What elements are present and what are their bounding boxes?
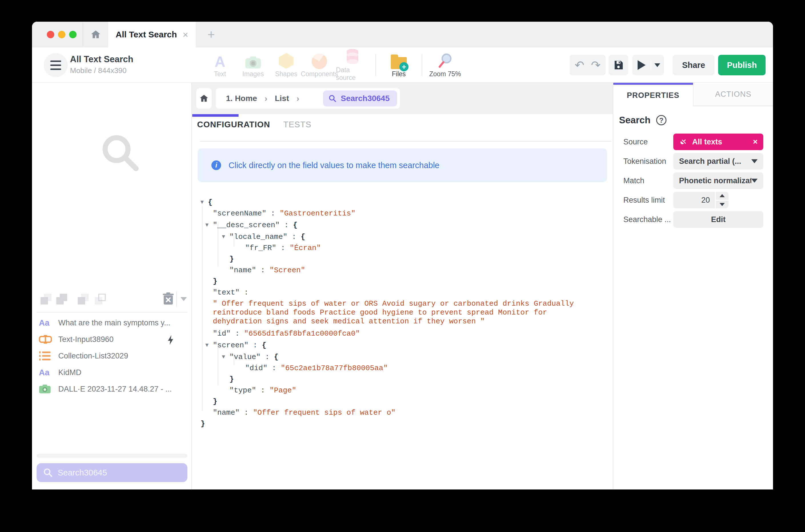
json-value[interactable]: "Page" bbox=[269, 386, 296, 395]
save-button[interactable] bbox=[609, 55, 628, 75]
search-icon bbox=[97, 134, 143, 175]
tokenisation-dropdown[interactable]: Search partial (... bbox=[673, 153, 763, 170]
increment-button[interactable] bbox=[716, 192, 729, 200]
action-bolt-icon[interactable] bbox=[167, 335, 174, 346]
browser-tab-bar: All Text Search × + bbox=[32, 22, 773, 48]
close-icon[interactable]: × bbox=[753, 137, 757, 147]
save-icon bbox=[613, 59, 624, 71]
history-group: ↶ ↷ bbox=[570, 55, 606, 75]
layer-item-text-input[interactable]: Text-Input38960 bbox=[32, 331, 191, 348]
send-backward-icon[interactable] bbox=[56, 294, 67, 305]
tab-tests[interactable]: TESTS bbox=[283, 120, 311, 129]
json-tree: ▼{ "screenName" : "Gastroenteritis" ▼"__… bbox=[199, 196, 611, 430]
editor-header: All Text Search Mobile / 844x390 A Text … bbox=[32, 48, 773, 83]
expand-arrow-icon[interactable]: ▼ bbox=[199, 196, 208, 208]
ungroup-icon[interactable] bbox=[95, 294, 106, 305]
publish-button[interactable]: Publish bbox=[718, 55, 766, 75]
tab-configuration[interactable]: CONFIGURATION bbox=[197, 120, 270, 129]
json-value[interactable]: "Offer frequent sips of water o" bbox=[253, 408, 395, 417]
layers-dropdown-caret[interactable] bbox=[181, 297, 187, 301]
breadcrumb-current-search[interactable]: Search30645 bbox=[323, 91, 397, 107]
trash-x-icon bbox=[162, 292, 175, 306]
json-value[interactable]: "Écran" bbox=[290, 244, 321, 252]
bring-forward-icon[interactable] bbox=[40, 294, 51, 305]
expand-arrow-icon[interactable]: ▼ bbox=[221, 351, 230, 362]
toolbar-divider bbox=[376, 54, 376, 76]
horizontal-scrollbar[interactable] bbox=[37, 454, 187, 458]
breadcrumb: 1. Home › List › Search30645 bbox=[192, 83, 613, 114]
minimize-window-button[interactable] bbox=[58, 31, 66, 38]
share-button[interactable]: Share bbox=[673, 55, 714, 75]
main-panel: 1. Home › List › Search30645 CONFIGURATI… bbox=[192, 83, 613, 490]
selected-layer-label: Search30645 bbox=[58, 468, 107, 477]
breadcrumb-item-home[interactable]: 1. Home bbox=[226, 94, 257, 103]
close-window-button[interactable] bbox=[47, 31, 54, 38]
folder-plus-icon: + bbox=[391, 57, 407, 69]
breadcrumb-item-list[interactable]: List bbox=[275, 94, 289, 103]
json-line: } bbox=[199, 374, 611, 385]
chevron-down-icon bbox=[751, 179, 757, 183]
match-dropdown[interactable]: Phonetic normalizati... bbox=[673, 172, 763, 189]
breadcrumb-home-button[interactable] bbox=[196, 88, 212, 109]
tool-zoom[interactable]: Zoom 75% bbox=[428, 53, 462, 78]
source-chip[interactable]: All texts × bbox=[673, 134, 763, 150]
delete-layer-button[interactable] bbox=[162, 292, 175, 307]
json-value[interactable]: "65c2ae1b78a77fb80005aa" bbox=[281, 364, 388, 373]
layer-item-search-selected[interactable]: Search30645 bbox=[37, 463, 187, 482]
preview-group bbox=[633, 55, 664, 75]
database-icon bbox=[345, 49, 360, 65]
right-panel-tabs: PROPERTIES ACTIONS bbox=[613, 83, 773, 106]
list-element-icon bbox=[39, 351, 53, 361]
toolbar-divider bbox=[422, 54, 422, 76]
layer-item-collection-list[interactable]: Collection-List32029 bbox=[32, 348, 191, 364]
play-icon bbox=[638, 60, 646, 70]
info-banner-text: Click directly on the field values to ma… bbox=[228, 161, 439, 170]
play-button[interactable] bbox=[633, 60, 651, 70]
tab-all-text-search[interactable]: All Text Search × bbox=[108, 22, 196, 48]
hamburger-icon bbox=[50, 60, 61, 62]
tool-shapes[interactable]: Shapes bbox=[270, 53, 303, 78]
new-tab-button[interactable]: + bbox=[203, 27, 219, 42]
layers-list: Aa What are the main symptoms y... Text-… bbox=[32, 315, 191, 397]
expand-arrow-icon[interactable]: ▼ bbox=[221, 231, 230, 242]
play-options-button[interactable] bbox=[651, 63, 663, 67]
chevron-down-icon bbox=[655, 63, 660, 67]
layer-item-kidmd[interactable]: Aa KidMD bbox=[32, 364, 191, 381]
results-limit-input[interactable]: 20 bbox=[673, 192, 715, 208]
expand-arrow-icon[interactable]: ▼ bbox=[204, 339, 213, 350]
undo-button[interactable]: ↶ bbox=[573, 58, 586, 72]
json-value[interactable]: "Screen" bbox=[269, 266, 305, 274]
layers-toolbar bbox=[32, 287, 191, 312]
info-icon: i bbox=[212, 160, 221, 170]
tab-properties[interactable]: PROPERTIES bbox=[613, 83, 693, 106]
tool-files[interactable]: + Files bbox=[382, 53, 415, 78]
json-value[interactable]: "6565d1fa5f8bfa1c0000fca0" bbox=[244, 329, 360, 338]
searchable-edit-button[interactable]: Edit bbox=[673, 211, 763, 228]
json-line: ▼"screen" : { bbox=[199, 339, 611, 351]
expand-arrow-icon[interactable]: ▼ bbox=[204, 219, 213, 230]
text-element-icon: Aa bbox=[39, 368, 53, 377]
home-tab-button[interactable] bbox=[83, 22, 108, 48]
json-value[interactable]: "Gastroenteritis" bbox=[280, 209, 355, 218]
image-element-icon bbox=[39, 384, 53, 394]
tool-text[interactable]: A Text bbox=[203, 53, 237, 78]
json-line: } bbox=[199, 396, 611, 407]
decrement-button[interactable] bbox=[716, 201, 729, 209]
tab-actions[interactable]: ACTIONS bbox=[693, 83, 773, 106]
json-line: "screenName" : "Gastroenteritis" bbox=[199, 208, 611, 219]
maximize-window-button[interactable] bbox=[69, 31, 76, 38]
search-component-preview[interactable] bbox=[97, 134, 143, 177]
json-line: ▼"__desc_screen" : { bbox=[199, 219, 611, 231]
json-line: } bbox=[199, 418, 611, 430]
tool-data-source[interactable]: Data source bbox=[336, 49, 369, 82]
layer-item-dalle-image[interactable]: DALL·E 2023-11-27 14.48.27 - ... bbox=[32, 381, 191, 397]
help-icon[interactable]: ? bbox=[656, 115, 666, 125]
layer-item-text[interactable]: Aa What are the main symptoms y... bbox=[32, 315, 191, 331]
menu-button[interactable] bbox=[44, 53, 68, 77]
chevron-down-icon bbox=[719, 203, 725, 206]
tool-components[interactable]: Components bbox=[303, 53, 336, 78]
redo-button[interactable]: ↷ bbox=[589, 58, 602, 72]
group-icon[interactable] bbox=[78, 294, 89, 305]
tab-close-icon[interactable]: × bbox=[183, 30, 188, 39]
tool-images[interactable]: Images bbox=[237, 53, 270, 78]
